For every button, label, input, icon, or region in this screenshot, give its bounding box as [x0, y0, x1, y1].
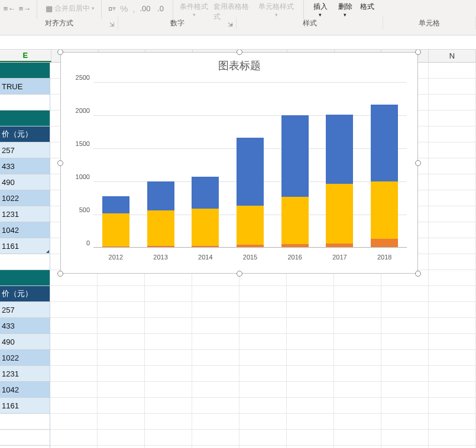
- table-cell[interactable]: [0, 95, 50, 111]
- resize-handle[interactable]: [57, 271, 63, 277]
- table-cell[interactable]: 1161: [0, 238, 50, 254]
- percent-style-button[interactable]: %: [118, 2, 129, 15]
- resize-handle[interactable]: [57, 50, 63, 55]
- decrease-indent-icon: ≡←: [4, 3, 15, 14]
- chart-bar[interactable]: [102, 196, 129, 248]
- y-axis: 05001000150020002500: [69, 77, 92, 252]
- increase-decimal-button[interactable]: .00: [138, 2, 153, 15]
- bar-segment[interactable]: [326, 115, 353, 184]
- table-cell[interactable]: [0, 111, 50, 126]
- table-cell[interactable]: 1022: [0, 190, 50, 206]
- chart-bar[interactable]: [371, 105, 398, 248]
- table-cell[interactable]: [0, 254, 50, 270]
- decrease-indent-button[interactable]: ≡←: [2, 2, 17, 15]
- table-cell[interactable]: 1022: [0, 350, 50, 366]
- bar-segment[interactable]: [147, 181, 174, 210]
- resize-handle[interactable]: [415, 160, 421, 166]
- table-cell[interactable]: 257: [0, 302, 50, 318]
- bar-segment[interactable]: [371, 105, 398, 181]
- y-tick-label: 0: [86, 239, 90, 246]
- table-cell[interactable]: 价（元）: [0, 126, 50, 142]
- x-axis-labels: 2012201320142015201620172018: [93, 254, 407, 261]
- resize-handle[interactable]: [57, 160, 63, 166]
- bar-segment[interactable]: [281, 115, 309, 197]
- table-cell[interactable]: 257: [0, 142, 50, 158]
- chart-bar[interactable]: [281, 115, 309, 248]
- chart-bar[interactable]: [237, 138, 264, 248]
- y-tick-label: 1500: [76, 140, 90, 147]
- table-cell[interactable]: 433: [0, 318, 50, 334]
- table-cell[interactable]: 1042: [0, 382, 50, 398]
- format-as-table-button[interactable]: 套用表格格式▾: [212, 2, 253, 15]
- table-cell[interactable]: 1231: [0, 366, 50, 382]
- table-cell[interactable]: 1231: [0, 206, 50, 222]
- x-tick-label: 2016: [273, 254, 318, 261]
- x-axis-line: [93, 247, 407, 248]
- table-cell[interactable]: 价（元）: [0, 286, 50, 302]
- conditional-format-button[interactable]: 条件格式▾: [178, 2, 211, 15]
- bar-segment[interactable]: [237, 138, 264, 205]
- chart-bar[interactable]: [147, 181, 174, 248]
- table-cell[interactable]: 1042: [0, 222, 50, 238]
- formula-bar[interactable]: [0, 35, 476, 50]
- bar-segment[interactable]: [147, 210, 174, 246]
- bar-segment[interactable]: [371, 239, 398, 248]
- group-align-label: 对齐方式: [45, 18, 73, 28]
- bar-segment[interactable]: [102, 213, 129, 246]
- format-cells-button[interactable]: 格式: [358, 2, 376, 15]
- x-tick-label: 2015: [228, 254, 273, 261]
- column-header[interactable]: E: [0, 50, 51, 62]
- embedded-chart[interactable]: 图表标题 05001000150020002500 20122013201420…: [60, 52, 418, 274]
- increase-indent-icon: ≡→: [20, 3, 30, 14]
- decrease-decimal-button[interactable]: .0: [154, 2, 168, 15]
- resize-handle[interactable]: [237, 50, 242, 55]
- bar-segment[interactable]: [237, 206, 264, 245]
- group-cells-label: 单元格: [419, 18, 440, 28]
- table-cell[interactable]: [0, 446, 50, 448]
- bar-segment[interactable]: [281, 197, 309, 244]
- chart-plot-area[interactable]: 05001000150020002500 2012201320142015201…: [93, 82, 407, 248]
- increase-indent-button[interactable]: ≡→: [18, 2, 32, 15]
- y-tick-label: 2500: [76, 74, 90, 81]
- merge-center-button[interactable]: ▦ 合并后居中 ▾: [42, 2, 96, 15]
- dialog-launcher-icon[interactable]: ⇲: [108, 21, 115, 28]
- comma-style-button[interactable]: ,: [131, 2, 137, 15]
- insert-cells-button[interactable]: 插入▾: [309, 2, 332, 15]
- table-cell[interactable]: 490: [0, 174, 50, 190]
- cell-styles-button[interactable]: 单元格样式▾: [254, 2, 299, 15]
- column-header[interactable]: N: [429, 50, 476, 62]
- table-cell[interactable]: [0, 430, 50, 446]
- delete-cells-button[interactable]: 删除▾: [333, 2, 357, 15]
- resize-handle[interactable]: [415, 271, 421, 277]
- dialog-launcher-icon[interactable]: ⇲: [226, 21, 234, 28]
- number-format-dropdown[interactable]: ¤▾: [106, 2, 117, 15]
- group-number-label: 数字: [170, 18, 184, 28]
- table-cell[interactable]: [0, 270, 50, 286]
- bar-segment[interactable]: [192, 177, 219, 209]
- table-cell[interactable]: [0, 63, 50, 79]
- table-cell[interactable]: 433: [0, 158, 50, 174]
- ribbon: ≡← ≡→ ▦ 合并后居中 ▾ ¤▾ % , .00 .0 条件格式▾ 套用表格…: [0, 0, 476, 35]
- table-cell[interactable]: 1161: [0, 398, 50, 414]
- bar-segment[interactable]: [326, 184, 353, 244]
- bar-segment[interactable]: [102, 196, 129, 213]
- bar-segment[interactable]: [371, 181, 398, 239]
- x-tick-label: 2018: [362, 254, 407, 261]
- x-tick-label: 2017: [318, 254, 362, 261]
- chart-bar[interactable]: [326, 115, 353, 248]
- y-tick-label: 2000: [76, 107, 90, 114]
- comma-icon: ,: [132, 4, 135, 14]
- dropdown-icon: ▾: [92, 5, 95, 11]
- currency-icon: ¤: [108, 3, 112, 14]
- merge-icon: ▦: [44, 3, 54, 14]
- table-cell[interactable]: [0, 414, 50, 430]
- resize-handle[interactable]: [237, 271, 242, 277]
- table-cell[interactable]: 490: [0, 334, 50, 350]
- worksheet-grid[interactable]: EFGHIJKLMN TRUE价（元）257433490102212311042…: [0, 50, 476, 448]
- chart-bar[interactable]: [192, 177, 219, 248]
- bar-segment[interactable]: [192, 209, 219, 246]
- chart-bars: [93, 82, 407, 248]
- chart-title[interactable]: 图表标题: [61, 59, 417, 73]
- ribbon-controls: ≡← ≡→ ▦ 合并后居中 ▾ ¤▾ % , .00 .0 条件格式▾ 套用表格…: [0, 0, 476, 17]
- table-cell[interactable]: TRUE: [0, 79, 50, 95]
